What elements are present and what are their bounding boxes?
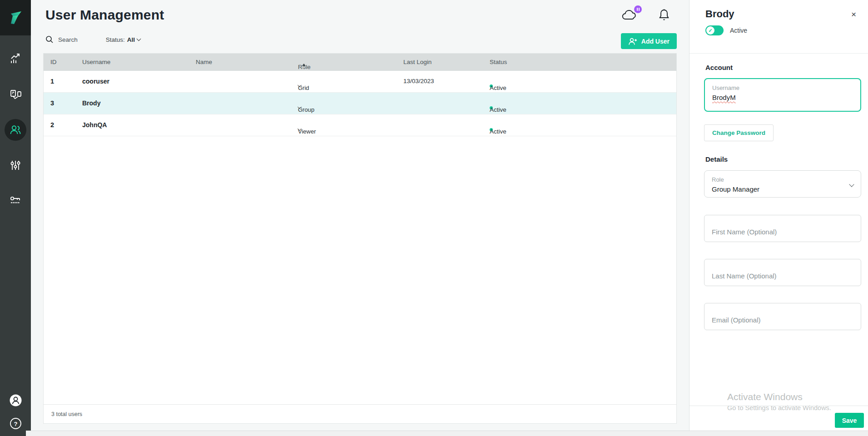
activate-windows-watermark: Activate Windows (727, 391, 803, 402)
status-filter-label: Status: (106, 36, 125, 43)
brand-logo-icon (6, 9, 25, 27)
analytics-icon (9, 53, 22, 65)
table-row[interactable]: 1 cooruser Grid Admin 13/03/2023 Active (44, 71, 676, 93)
column-header-name[interactable]: Name (196, 59, 212, 65)
table-header-row: ID Username Name Role Last Login Status (44, 54, 676, 71)
notifications-button[interactable] (658, 8, 670, 22)
add-user-icon (628, 37, 638, 45)
sidebar-item-analytics[interactable] (5, 48, 26, 70)
add-user-label: Add User (641, 38, 670, 45)
cell-username: Brody (82, 99, 100, 107)
cell-id: 2 (50, 121, 54, 129)
username-field-value[interactable]: BrodyM (712, 94, 736, 101)
chevron-down-icon (137, 37, 141, 41)
username-field-label: Username (712, 84, 853, 91)
users-table: ID Username Name Role Last Login Status … (43, 53, 677, 424)
cell-last-login: 13/03/2023 (403, 78, 434, 84)
cell-id: 1 (50, 78, 54, 85)
main-content: User Management Search (31, 0, 689, 436)
change-password-button[interactable]: Change Password (704, 124, 774, 141)
sidebar-nav (0, 48, 31, 212)
table-row-selected[interactable]: 3 Brody Group Manager Active (44, 93, 676, 114)
search-input[interactable]: Search (45, 35, 78, 44)
devices-icon (9, 88, 22, 101)
active-toggle[interactable]: ✓ (705, 25, 724, 35)
table-empty-space (44, 136, 676, 404)
sidebar-item-users[interactable] (5, 119, 26, 141)
help-button[interactable]: ? (10, 417, 22, 430)
status-label: Active (490, 106, 506, 113)
panel-title: Brody (705, 8, 734, 20)
svg-text:?: ? (14, 421, 17, 427)
user-avatar[interactable] (10, 394, 22, 406)
save-button[interactable]: Save (835, 413, 864, 428)
sidebar-item-settings[interactable] (5, 154, 26, 176)
column-header-last-login[interactable]: Last Login (403, 59, 432, 65)
page-title: User Management (45, 7, 164, 23)
bell-icon (658, 8, 670, 22)
cell-username: cooruser (82, 78, 109, 85)
user-detail-panel: Brody × ✓ Active Account Username BrodyM… (689, 0, 868, 436)
status-filter-dropdown[interactable]: Status: All (106, 36, 140, 43)
email-field[interactable] (704, 303, 861, 330)
role-select-value: Group Manager (712, 185, 853, 193)
topbar-icons (621, 8, 670, 22)
status-label: Active (490, 84, 506, 91)
cell-username: JohnQA (82, 121, 107, 129)
horizontal-scrollbar[interactable] (26, 431, 868, 436)
status-label: Active (490, 128, 506, 135)
add-user-button[interactable]: Add User (621, 33, 677, 49)
role-select[interactable]: Role Group Manager (704, 170, 861, 198)
active-toggle-row: ✓ Active (705, 25, 747, 35)
cloud-paused-badge (634, 5, 642, 13)
filter-row: Search Status: All (45, 35, 140, 44)
column-header-username[interactable]: Username (82, 59, 110, 65)
cell-id: 3 (50, 99, 54, 107)
details-heading: Details (705, 155, 728, 163)
users-icon (9, 123, 22, 137)
help-icon: ? (10, 417, 22, 430)
app-root: ? User Management (0, 0, 868, 436)
close-icon[interactable]: × (851, 10, 856, 19)
table-row[interactable]: 2 JohnQA Viewer Active (44, 114, 676, 136)
sort-icon[interactable] (302, 64, 306, 69)
account-heading: Account (705, 64, 733, 71)
toggle-check-icon: ✓ (706, 26, 714, 35)
total-users-count: 3 total users (51, 411, 82, 417)
column-header-id[interactable]: ID (50, 59, 57, 65)
search-icon (45, 35, 54, 44)
brand-logo[interactable] (0, 0, 31, 35)
last-name-field[interactable] (704, 259, 861, 286)
first-name-field[interactable] (704, 215, 861, 242)
column-header-status[interactable]: Status (490, 59, 507, 65)
sliders-icon (9, 159, 22, 172)
sidebar-bottom: ? (0, 394, 31, 430)
avatar-icon (10, 394, 22, 406)
search-placeholder: Search (58, 36, 78, 43)
status-filter-value: All (127, 36, 135, 43)
role-select-label: Role (712, 176, 853, 183)
sidebar-item-access-keys[interactable] (5, 190, 26, 212)
username-field[interactable]: Username BrodyM (704, 78, 861, 112)
panel-divider (689, 53, 868, 54)
panel-footer-divider (689, 406, 868, 406)
table-footer: 3 total users (44, 404, 676, 423)
key-icon (9, 194, 22, 207)
active-toggle-label: Active (730, 27, 747, 34)
cloud-status-button[interactable] (621, 9, 638, 21)
sidebar: ? (0, 0, 31, 436)
sidebar-item-devices[interactable] (5, 84, 26, 105)
